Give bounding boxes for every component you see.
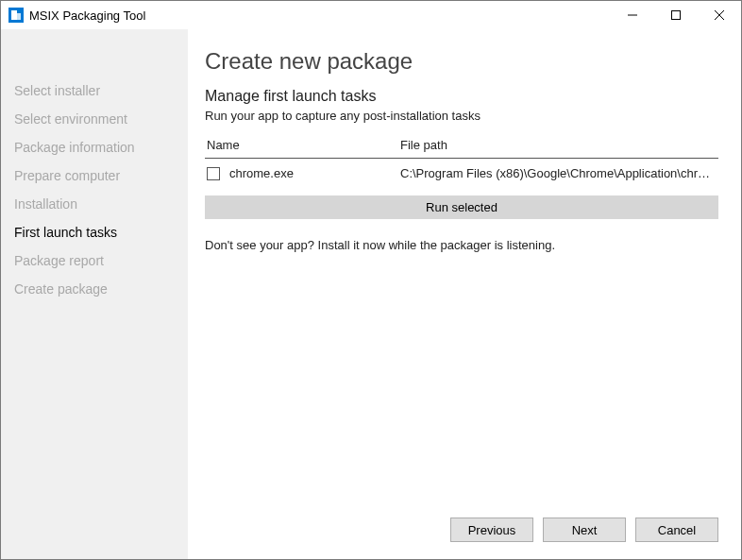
title-bar: MSIX Packaging Tool [1,1,741,29]
close-button[interactable] [698,1,741,29]
previous-button[interactable]: Previous [450,518,533,542]
row-name-label: chrome.exe [229,166,294,180]
cancel-button[interactable]: Cancel [635,518,718,542]
next-button[interactable]: Next [543,518,626,542]
run-selected-button[interactable]: Run selected [205,195,718,219]
sidebar-item-select-installer[interactable]: Select installer [1,76,188,105]
app-window: MSIX Packaging Tool Select installer Sel… [0,0,742,560]
maximize-button[interactable] [654,1,698,29]
name-cell: chrome.exe [207,166,396,180]
sidebar-item-create-package[interactable]: Create package [1,275,188,303]
sidebar-item-installation[interactable]: Installation [1,190,188,218]
main-content: Create new package Manage first launch t… [188,29,741,559]
table-row[interactable]: chrome.exe C:\Program Files (x86)\Google… [205,159,718,189]
sidebar-item-package-report[interactable]: Package report [1,246,188,275]
row-filepath-label: C:\Program Files (x86)\Google\Chrome\App… [398,159,718,189]
table-header-row: Name File path [205,134,718,159]
window-title: MSIX Packaging Tool [29,8,611,23]
app-icon [8,8,24,23]
install-hint: Don't see your app? Install it now while… [205,238,718,252]
sidebar: Select installer Select environment Pack… [1,29,188,559]
column-header-filepath: File path [398,134,718,159]
sidebar-item-package-information[interactable]: Package information [1,133,188,161]
row-checkbox[interactable] [207,167,220,180]
section-description: Run your app to capture any post-install… [205,109,718,123]
section-title: Manage first launch tasks [205,88,718,105]
window-controls [611,1,741,29]
wizard-footer: Previous Next Cancel [450,518,718,542]
column-header-name: Name [205,134,398,159]
svg-rect-2 [17,13,21,20]
sidebar-item-prepare-computer[interactable]: Prepare computer [1,161,188,190]
svg-rect-1 [11,10,17,20]
launch-tasks-table: Name File path chrome.exe C:\Program Fil… [205,134,718,188]
page-title: Create new package [205,48,718,75]
window-body: Select installer Select environment Pack… [1,29,741,559]
minimize-button[interactable] [611,1,654,29]
sidebar-item-first-launch-tasks[interactable]: First launch tasks [1,218,188,246]
sidebar-item-select-environment[interactable]: Select environment [1,105,188,133]
svg-rect-4 [672,11,681,20]
